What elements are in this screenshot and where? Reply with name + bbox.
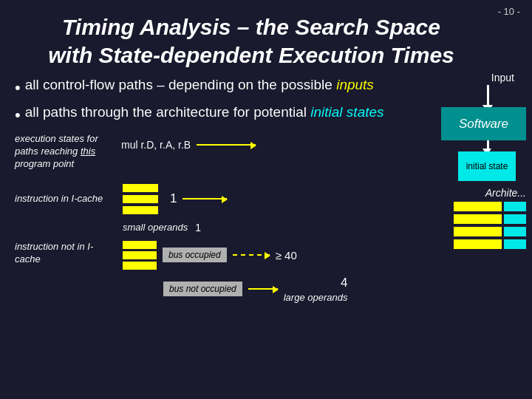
arch-bar-row-3 <box>454 227 526 236</box>
arch-bar-c2 <box>504 214 526 224</box>
bullet-2-normal: all paths through the architecture for p… <box>25 104 311 120</box>
large-operands-label: large operands <box>284 292 348 303</box>
input-label: Input <box>491 72 514 83</box>
gte40-label: ≥ 40 <box>276 249 297 262</box>
not-icache-bar-3 <box>123 262 157 270</box>
icache-bar-1 <box>123 184 158 192</box>
icache-num: 1 <box>170 191 177 206</box>
not-icache-bar-2 <box>123 251 157 259</box>
bus-options: bus occupied ≥ 40 bus not occupied <box>123 241 347 303</box>
num-4: 4 <box>341 276 347 290</box>
bus-occupied-arrow <box>233 254 270 256</box>
bus-occupied-box: bus occupied <box>163 248 227 262</box>
not-icache-bar-1 <box>123 241 157 249</box>
arch-bar-c3 <box>504 227 526 236</box>
bus-not-occupied-box: bus not occupied <box>163 282 242 296</box>
mul-label: mul r.D, r.A, r.B <box>121 139 191 151</box>
software-box: Software <box>441 107 526 140</box>
arch-label: Archite... <box>485 187 526 199</box>
icache-bar-2 <box>123 195 158 203</box>
mul-arrow <box>197 144 256 146</box>
sw-state-arrow <box>487 140 489 149</box>
small-operands-label: small operands <box>123 222 188 233</box>
title-line1: Timing Analysis – the Search Space <box>62 15 440 39</box>
small-operands-row: small operands 1 <box>123 222 395 233</box>
slide-title: Timing Analysis – the Search Space with … <box>0 0 532 76</box>
bus-not-occupied-row: bus not occupied 4 large operands <box>163 276 347 303</box>
slide: - 10 - Timing Analysis – the Search Spac… <box>0 0 532 399</box>
bullet-1-text: all control-flow paths – depending on th… <box>25 76 374 95</box>
bullet-2: • all paths through the architecture for… <box>15 103 395 126</box>
page-number: - 10 - <box>498 6 520 17</box>
large-operands-group: 4 large operands <box>284 276 348 303</box>
right-diagram: Input Software initial state Archite... <box>403 69 532 386</box>
arch-bars <box>454 202 526 249</box>
icache-label: instruction in I-cache <box>15 193 111 205</box>
icache-bars <box>123 184 158 214</box>
icache-bar-3 <box>123 206 158 214</box>
icache-section: instruction in I-cache 1 <box>15 184 395 214</box>
arch-bar-y4 <box>454 239 502 249</box>
arch-bar-row-1 <box>454 202 526 211</box>
bullet-1: • all control-flow paths – depending on … <box>15 76 395 99</box>
not-icache-bars <box>123 241 157 270</box>
software-label: Software <box>459 117 508 132</box>
mul-row: mul r.D, r.A, r.B <box>121 139 256 151</box>
icache-num-arrow: 1 <box>170 191 227 206</box>
bullet-1-normal: all control-flow paths – depending on th… <box>25 77 336 92</box>
bullet-dot-2: • <box>15 105 21 126</box>
exec-states-text: execution states for paths reaching this… <box>15 133 98 169</box>
arch-bar-y1 <box>454 202 502 211</box>
not-icache-section: instruction not in I-cache bus occupied <box>15 241 395 303</box>
bullet-2-text: all paths through the architecture for p… <box>25 103 384 122</box>
initial-state-box: initial state <box>458 151 516 181</box>
arch-bar-c4 <box>504 239 526 249</box>
not-icache-label: instruction not in I-cache <box>15 241 111 266</box>
bus-not-occupied-arrow <box>248 288 278 290</box>
arch-bar-c1 <box>504 202 526 211</box>
input-arrow <box>487 85 489 106</box>
bullet-1-highlight: inputs <box>336 77 374 92</box>
bullet-dot-1: • <box>15 78 21 99</box>
small-operands-num: 1 <box>195 222 201 233</box>
arch-bar-row-2 <box>454 214 526 224</box>
arch-bar-y3 <box>454 227 502 236</box>
content-area: • all control-flow paths – depending on … <box>0 76 532 386</box>
left-content: • all control-flow paths – depending on … <box>0 76 403 386</box>
arch-bar-row-4 <box>454 239 526 249</box>
title-line2: with State-dependent Execution Times <box>48 43 454 67</box>
bus-occupied-row: bus occupied ≥ 40 <box>123 241 347 270</box>
exec-label: execution states for paths reaching this… <box>15 133 111 171</box>
icache-arrow <box>183 198 227 200</box>
bullet-2-highlight: initial states <box>310 104 383 120</box>
initial-state-label: initial state <box>466 161 508 171</box>
exec-mul-row: execution states for paths reaching this… <box>15 133 395 171</box>
arch-bar-y2 <box>454 214 502 224</box>
